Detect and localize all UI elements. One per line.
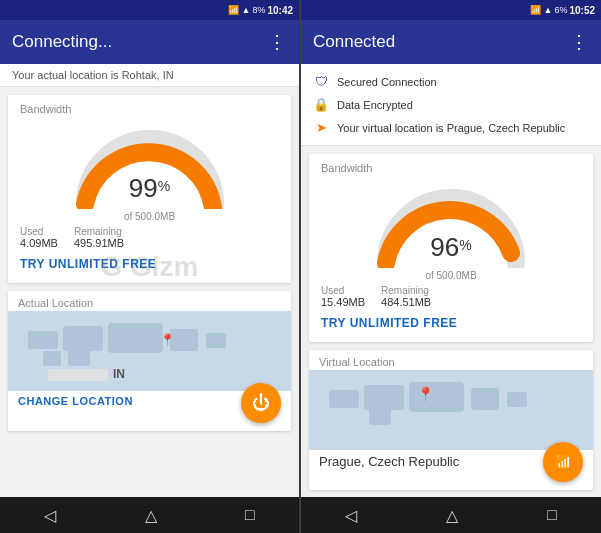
left-home-button[interactable]: △ (145, 506, 157, 525)
right-gauge-percent: 96 (430, 232, 459, 262)
left-gauge-percent: 99 (129, 173, 158, 203)
right-recents-button[interactable]: □ (547, 506, 557, 524)
left-content: Your actual location is Rohtak, IN Bandw… (0, 64, 299, 533)
lock-icon: 🔒 (313, 97, 329, 112)
right-status-icons: 📶 ▲ 6% 10:52 (530, 5, 595, 16)
right-bandwidth-label: Bandwidth (321, 162, 581, 174)
left-toolbar: Connecting... ⋮ (0, 20, 299, 64)
left-gauge-text: 99% (129, 175, 170, 201)
right-used-value: 15.49MB (321, 296, 365, 308)
left-screen: 📶 ▲ 8% 10:42 Connecting... ⋮ Your actual… (0, 0, 300, 533)
left-used-value: 4.09MB (20, 237, 58, 249)
right-map-section: Virtual Location 📍 Prague, Czech Republi… (309, 350, 593, 490)
right-wifi-icon: ▲ (543, 5, 552, 15)
right-back-button[interactable]: ◁ (345, 506, 357, 525)
wifi-icon: ▲ (241, 5, 250, 15)
right-try-unlimited-button[interactable]: TRY UNLIMITED FREE (321, 316, 581, 330)
location-arrow-icon: ➤ (313, 120, 329, 135)
right-info-rows: 🛡 Secured Connection 🔒 Data Encrypted ➤ … (301, 64, 601, 146)
left-map-bg: 📍 IN (8, 311, 291, 391)
map-pin-india: 📍 (160, 333, 175, 347)
left-bandwidth-card: Bandwidth 99% of 500.0MB (8, 95, 291, 283)
right-used-stat: Used 15.49MB (321, 285, 365, 308)
power-icon: ⏻ (252, 393, 270, 414)
right-screen: 📶 ▲ 6% 10:52 Connected ⋮ 🛡 Secured Conne… (301, 0, 601, 533)
left-toolbar-title: Connecting... (12, 32, 268, 52)
left-percent-sign: % (158, 178, 170, 194)
right-menu-button[interactable]: ⋮ (570, 31, 589, 53)
right-remaining-stat: Remaining 484.51MB (381, 285, 431, 308)
right-remaining-value: 484.51MB (381, 296, 431, 308)
right-wifi-button[interactable]: 📶 (543, 442, 583, 482)
left-bandwidth-label: Bandwidth (20, 103, 279, 115)
left-recents-button[interactable]: □ (245, 506, 255, 524)
left-status-bar: 📶 ▲ 8% 10:42 (0, 0, 299, 20)
left-used-stat: Used 4.09MB (20, 226, 58, 249)
info-row-virtual-location: ➤ Your virtual location is Prague, Czech… (313, 116, 589, 139)
right-remaining-label: Remaining (381, 285, 431, 296)
battery-text: 8% (252, 5, 265, 15)
left-nav-bar: ◁ △ □ (0, 497, 299, 533)
right-gauge: 96% (321, 178, 581, 268)
right-status-bar: 📶 ▲ 6% 10:52 (301, 0, 601, 20)
right-used-label: Used (321, 285, 365, 296)
right-bw-stats: Used 15.49MB Remaining 484.51MB (321, 285, 581, 308)
right-map-bg: 📍 (309, 370, 593, 450)
map-pin-prague: 📍 (417, 386, 434, 402)
info-row-secured: 🛡 Secured Connection (313, 70, 589, 93)
left-remaining-stat: Remaining 495.91MB (74, 226, 124, 249)
virtual-location-text: Your virtual location is Prague, Czech R… (337, 122, 565, 134)
left-try-unlimited-button[interactable]: TRY UNLIMITED FREE (20, 257, 279, 271)
left-used-label: Used (20, 226, 58, 237)
right-gauge-text: 96% (430, 234, 471, 260)
right-nav-bar: ◁ △ □ (301, 497, 601, 533)
right-time: 10:52 (569, 5, 595, 16)
left-back-button[interactable]: ◁ (44, 506, 56, 525)
left-remaining-value: 495.91MB (74, 237, 124, 249)
in-label: IN (113, 367, 125, 381)
left-bw-stats: Used 4.09MB Remaining 495.91MB (20, 226, 279, 249)
right-content: 🛡 Secured Connection 🔒 Data Encrypted ➤ … (301, 64, 601, 533)
left-power-button[interactable]: ⏻ (241, 383, 281, 423)
right-toolbar-title: Connected (313, 32, 570, 52)
wifi-off-icon: 📶 (555, 454, 572, 470)
signal-icon: 📶 (228, 5, 239, 15)
screens-container: 📶 ▲ 8% 10:42 Connecting... ⋮ Your actual… (0, 0, 601, 533)
info-row-encrypted: 🔒 Data Encrypted (313, 93, 589, 116)
left-gauge-subtitle: of 500.0MB (20, 211, 279, 222)
left-location-text: Your actual location is Rohtak, IN (12, 69, 174, 81)
left-gauge: 99% (20, 119, 279, 209)
right-percent-sign: % (459, 237, 471, 253)
left-map-label: Actual Location (8, 291, 291, 311)
left-time: 10:42 (267, 5, 293, 16)
right-map-label: Virtual Location (309, 350, 593, 370)
left-remaining-label: Remaining (74, 226, 124, 237)
left-location-bar: Your actual location is Rohtak, IN (0, 64, 299, 87)
left-menu-button[interactable]: ⋮ (268, 31, 287, 53)
right-signal-icon: 📶 (530, 5, 541, 15)
shield-icon: 🛡 (313, 74, 329, 89)
right-battery-text: 6% (554, 5, 567, 15)
encrypted-text: Data Encrypted (337, 99, 413, 111)
secured-text: Secured Connection (337, 76, 437, 88)
right-bandwidth-card: Bandwidth 96% of 500.0MB (309, 154, 593, 342)
right-gauge-subtitle: of 500.0MB (321, 270, 581, 281)
right-home-button[interactable]: △ (446, 506, 458, 525)
left-map-section: Actual Location 📍 IN CHANGE LOCA (8, 291, 291, 431)
left-status-icons: 📶 ▲ 8% 10:42 (228, 5, 293, 16)
right-toolbar: Connected ⋮ (301, 20, 601, 64)
